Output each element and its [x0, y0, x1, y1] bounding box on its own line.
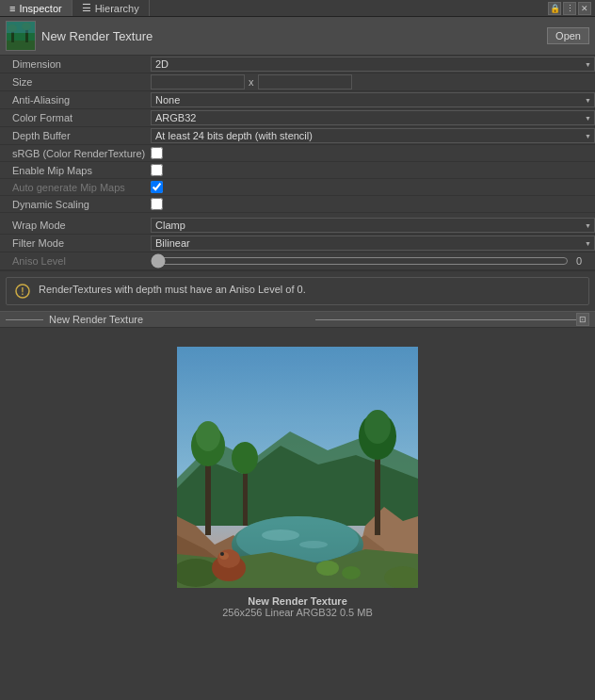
auto-gen-mip-maps-value [151, 181, 595, 193]
svg-text:!: ! [21, 286, 24, 297]
wrap-mode-label: Wrap Mode [0, 220, 151, 231]
dynamic-scaling-label: Dynamic Scaling [0, 199, 151, 210]
warning-icon: ! [14, 283, 31, 300]
svg-rect-6 [7, 22, 35, 33]
preview-section-title: New Render Texture [43, 314, 315, 325]
wrap-mode-select-wrapper: Clamp Repeat Mirror [151, 218, 595, 233]
tab-hierarchy[interactable]: ☰ Hierarchy [72, 0, 150, 16]
color-format-select[interactable]: ARGB32 RGB565 ARGB4444 [151, 110, 595, 125]
preview-header: New Render Texture ⊡ [0, 311, 595, 328]
srgb-value [151, 147, 595, 159]
aniso-level-slider[interactable] [151, 253, 569, 269]
preview-expand-button[interactable]: ⊡ [576, 313, 589, 326]
warning-text: RenderTextures with depth must have an A… [39, 283, 306, 297]
tab-inspector-label: Inspector [19, 3, 61, 14]
enable-mip-maps-checkbox[interactable] [151, 164, 163, 176]
tab-inspector[interactable]: ≡ Inspector [0, 0, 72, 16]
filter-mode-row: Filter Mode Bilinear Point Trilinear [0, 235, 595, 252]
dynamic-scaling-row: Dynamic Scaling [0, 196, 595, 213]
color-format-select-wrapper: ARGB32 RGB565 ARGB4444 [151, 110, 595, 125]
auto-gen-mip-maps-checkbox[interactable] [151, 181, 163, 193]
tab-actions: 🔒 ⋮ ✕ [548, 2, 595, 15]
preview-image [177, 347, 418, 588]
anti-aliasing-select[interactable]: None 2 samples 4 samples 8 samples [151, 92, 595, 107]
depth-buffer-select[interactable]: At least 24 bits depth (with stencil) No… [151, 128, 595, 143]
anti-aliasing-row: Anti-Aliasing None 2 samples 4 samples 8… [0, 91, 595, 109]
anti-aliasing-value: None 2 samples 4 samples 8 samples [151, 92, 595, 107]
warning-box: ! RenderTextures with depth must have an… [6, 277, 589, 305]
color-format-label: Color Format [0, 112, 151, 123]
anti-aliasing-select-wrapper: None 2 samples 4 samples 8 samples [151, 92, 595, 107]
preview-separator-right [315, 319, 576, 320]
tab-bar: ≡ Inspector ☰ Hierarchy 🔒 ⋮ ✕ [0, 0, 595, 17]
dimension-select-wrapper: 2D 3D Cube [151, 57, 595, 72]
size-width-input[interactable]: 256 [151, 74, 245, 90]
srgb-checkbox[interactable] [151, 147, 163, 159]
asset-title: New Render Texture [41, 29, 541, 43]
srgb-row: sRGB (Color RenderTexture) [0, 145, 595, 162]
svg-rect-37 [177, 347, 418, 588]
size-label: Size [0, 76, 151, 88]
more-options-button[interactable]: ⋮ [563, 2, 576, 15]
filter-mode-select[interactable]: Bilinear Point Trilinear [151, 236, 595, 251]
open-button[interactable]: Open [547, 27, 589, 44]
wrap-mode-row: Wrap Mode Clamp Repeat Mirror [0, 217, 595, 235]
aniso-level-label: Aniso Level [0, 255, 151, 267]
filter-mode-select-wrapper: Bilinear Point Trilinear [151, 236, 595, 251]
close-button[interactable]: ✕ [578, 2, 591, 15]
size-row: Size 256 x 256 [0, 73, 595, 91]
tab-hierarchy-label: Hierarchy [95, 3, 139, 14]
enable-mip-maps-row: Enable Mip Maps [0, 162, 595, 179]
size-separator: x [249, 76, 254, 88]
dimension-select[interactable]: 2D 3D Cube [151, 57, 595, 72]
lock-button[interactable]: 🔒 [548, 2, 561, 15]
hierarchy-icon: ☰ [82, 2, 91, 14]
preview-section: New Render Texture ⊡ [0, 311, 595, 627]
preview-info: 256x256 Linear ARGB32 0.5 MB [222, 607, 373, 618]
color-format-value: ARGB32 RGB565 ARGB4444 [151, 110, 595, 125]
preview-label: New Render Texture [248, 595, 347, 607]
dimension-value: 2D 3D Cube [151, 57, 595, 72]
color-format-row: Color Format ARGB32 RGB565 ARGB4444 [0, 109, 595, 127]
properties-panel: Dimension 2D 3D Cube Size 256 x 256 Anti… [0, 56, 595, 271]
dynamic-scaling-value [151, 198, 595, 210]
aniso-level-value: 0 [151, 253, 595, 269]
dynamic-scaling-checkbox[interactable] [151, 198, 163, 210]
anti-aliasing-label: Anti-Aliasing [0, 94, 151, 106]
depth-buffer-select-wrapper: At least 24 bits depth (with stencil) No… [151, 128, 595, 143]
asset-header: New Render Texture Open [0, 17, 595, 56]
auto-gen-mip-maps-label: Auto generate Mip Maps [0, 182, 151, 193]
asset-icon [6, 21, 36, 51]
depth-buffer-row: Depth Buffer At least 24 bits depth (wit… [0, 127, 595, 145]
size-value: 256 x 256 [151, 74, 595, 90]
dimension-row: Dimension 2D 3D Cube [0, 56, 595, 73]
filter-mode-value: Bilinear Point Trilinear [151, 236, 595, 251]
size-height-input[interactable]: 256 [258, 74, 352, 90]
enable-mip-maps-label: Enable Mip Maps [0, 165, 151, 176]
depth-buffer-value: At least 24 bits depth (with stencil) No… [151, 128, 595, 143]
auto-gen-mip-maps-row: Auto generate Mip Maps [0, 179, 595, 196]
aniso-level-number: 0 [576, 255, 595, 267]
depth-buffer-label: Depth Buffer [0, 130, 151, 141]
filter-mode-label: Filter Mode [0, 237, 151, 249]
svg-rect-1 [7, 41, 35, 50]
preview-content: New Render Texture 256x256 Linear ARGB32… [0, 328, 595, 627]
aniso-level-row: Aniso Level 0 [0, 252, 595, 270]
wrap-mode-select[interactable]: Clamp Repeat Mirror [151, 218, 595, 233]
inspector-icon: ≡ [9, 3, 15, 14]
srgb-label: sRGB (Color RenderTexture) [0, 148, 151, 159]
dimension-label: Dimension [0, 58, 151, 70]
preview-separator-left [6, 319, 43, 320]
wrap-mode-value: Clamp Repeat Mirror [151, 218, 595, 233]
enable-mip-maps-value [151, 164, 595, 176]
